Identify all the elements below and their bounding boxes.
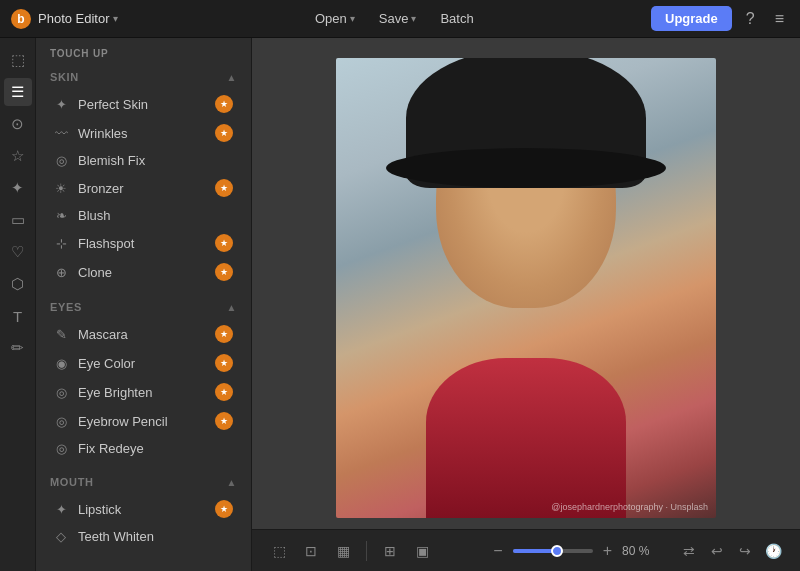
skin-group: SKIN ▲ ✦ Perfect Skin ★ 〰 Wrinkles ★ [36,65,251,295]
canvas-area: @josephardnerphotography · Unsplash ⬚ ⊡ … [252,38,800,571]
fix-redeye-icon: ◎ [52,441,70,456]
list-item[interactable]: ◎ Eye Brighten ★ [40,378,247,406]
mouth-group: MOUTH ▲ ✦ Lipstick ★ ◇ Teeth Whiten [36,470,251,558]
fix-redeye-label: Fix Redeye [78,441,144,456]
flashspot-icon: ⊹ [52,236,70,251]
iconbar-layers[interactable]: ⬚ [4,46,32,74]
list-item[interactable]: ◎ Blemish Fix [40,148,247,173]
photo-container: @josephardnerphotography · Unsplash [336,58,716,509]
list-item[interactable]: ◇ Teeth Whiten [40,524,247,549]
premium-badge: ★ [215,383,233,401]
svg-text:b: b [17,12,24,26]
iconbar-heart[interactable]: ♡ [4,238,32,266]
eyebrow-pencil-icon: ◎ [52,414,70,429]
iconbar-touchup[interactable]: ☰ [4,78,32,106]
mouth-chevron: ▲ [226,477,237,488]
mascara-label: Mascara [78,327,128,342]
open-button[interactable]: Open ▾ [305,7,365,30]
export-icon[interactable]: ▣ [409,538,435,564]
iconbar-view[interactable]: ⊙ [4,110,32,138]
premium-badge: ★ [215,124,233,142]
list-item[interactable]: ⊹ Flashspot ★ [40,229,247,257]
compare-icon[interactable]: ⊡ [298,538,324,564]
mouth-group-header[interactable]: MOUTH ▲ [36,470,251,494]
zoom-out-button[interactable]: − [489,540,506,562]
premium-badge: ★ [215,354,233,372]
icon-bar: ⬚ ☰ ⊙ ☆ ✦ ▭ ♡ ⬡ T ✏ [0,38,36,571]
bottom-right-icons: ⇄ ↩ ↪ 🕐 [676,538,786,564]
teeth-whiten-icon: ◇ [52,529,70,544]
iconbar-effects[interactable]: ✦ [4,174,32,202]
skin-group-header[interactable]: SKIN ▲ [36,65,251,89]
undo-icon[interactable]: ↩ [704,538,730,564]
premium-badge: ★ [215,263,233,281]
save-button[interactable]: Save ▾ [369,7,427,30]
help-button[interactable]: ? [740,6,761,32]
skin-chevron: ▲ [226,72,237,83]
panel-section-title: TOUCH UP [36,38,251,65]
iconbar-shape[interactable]: ⬡ [4,270,32,298]
batch-button[interactable]: Batch [430,7,483,30]
iconbar-text[interactable]: T [4,302,32,330]
upgrade-button[interactable]: Upgrade [651,6,732,31]
canvas-viewport[interactable]: @josephardnerphotography · Unsplash [252,38,800,529]
histogram-icon[interactable]: ▦ [330,538,356,564]
premium-badge: ★ [215,95,233,113]
list-item[interactable]: ✦ Lipstick ★ [40,495,247,523]
zoom-thumb [551,545,563,557]
menu-button[interactable]: ≡ [769,6,790,32]
iconbar-star[interactable]: ☆ [4,142,32,170]
zoom-percentage: 80 % [622,544,658,558]
premium-badge: ★ [215,325,233,343]
list-item[interactable]: ⊕ Clone ★ [40,258,247,286]
iconbar-frame[interactable]: ▭ [4,206,32,234]
eyes-chevron: ▲ [226,302,237,313]
eyes-group: EYES ▲ ✎ Mascara ★ ◉ Eye Color ★ [36,295,251,470]
wrinkles-icon: 〰 [52,126,70,141]
bronzer-label: Bronzer [78,181,124,196]
flip-icon[interactable]: ⇄ [676,538,702,564]
redo-icon[interactable]: ↪ [732,538,758,564]
eye-color-label: Eye Color [78,356,135,371]
list-item[interactable]: 〰 Wrinkles ★ [40,119,247,147]
iconbar-brush[interactable]: ✏ [4,334,32,362]
blush-label: Blush [78,208,111,223]
bronzer-icon: ☀ [52,181,70,196]
eyes-group-header[interactable]: EYES ▲ [36,295,251,319]
crop-icon[interactable]: ⊞ [377,538,403,564]
premium-badge: ★ [215,234,233,252]
teeth-whiten-label: Teeth Whiten [78,529,154,544]
perfect-skin-label: Perfect Skin [78,97,148,112]
eye-color-icon: ◉ [52,356,70,371]
list-item[interactable]: ✦ Perfect Skin ★ [40,90,247,118]
lipstick-label: Lipstick [78,502,121,517]
clone-label: Clone [78,265,112,280]
layers-icon[interactable]: ⬚ [266,538,292,564]
list-item[interactable]: ◎ Fix Redeye [40,436,247,461]
eye-brighten-label: Eye Brighten [78,385,152,400]
lipstick-icon: ✦ [52,502,70,517]
wrinkles-label: Wrinkles [78,126,128,141]
app-name[interactable]: Photo Editor ▾ [38,11,118,26]
premium-badge: ★ [215,412,233,430]
topbar: b Photo Editor ▾ Open ▾ Save ▾ Batch Upg… [0,0,800,38]
list-item[interactable]: ◎ Eyebrow Pencil ★ [40,407,247,435]
zoom-slider[interactable] [513,549,593,553]
app-logo: b [10,8,32,30]
premium-badge: ★ [215,179,233,197]
photo-credit: @josephardnerphotography · Unsplash [551,502,708,512]
clone-icon: ⊕ [52,265,70,280]
blemish-fix-icon: ◎ [52,153,70,168]
perfect-skin-icon: ✦ [52,97,70,112]
zoom-in-button[interactable]: + [599,540,616,562]
eye-brighten-icon: ◎ [52,385,70,400]
list-item[interactable]: ◉ Eye Color ★ [40,349,247,377]
list-item[interactable]: ❧ Blush [40,203,247,228]
list-item[interactable]: ☀ Bronzer ★ [40,174,247,202]
premium-badge: ★ [215,500,233,518]
zoom-controls: − + 80 % [489,540,658,562]
list-item[interactable]: ✎ Mascara ★ [40,320,247,348]
history-icon[interactable]: 🕐 [760,538,786,564]
main-area: ⬚ ☰ ⊙ ☆ ✦ ▭ ♡ ⬡ T ✏ TOUCH UP SKIN ▲ ✦ Pe… [0,38,800,571]
mascara-icon: ✎ [52,327,70,342]
